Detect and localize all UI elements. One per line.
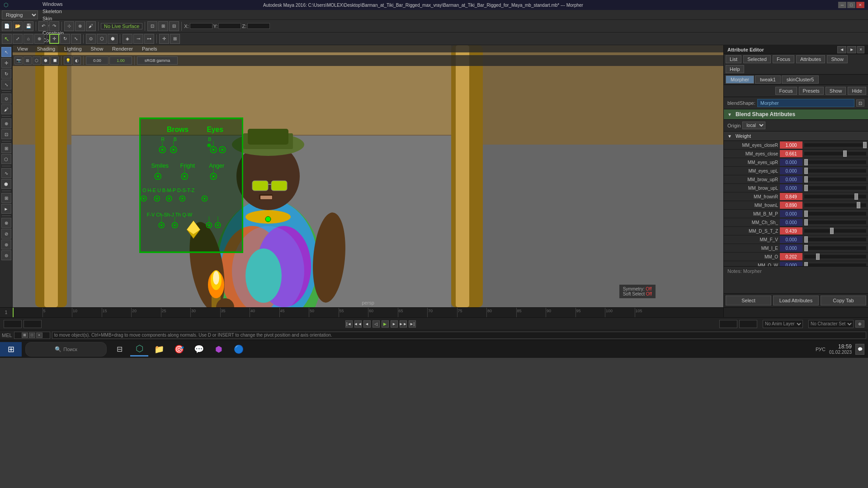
tab-list[interactable]: List [726,55,741,63]
tool-select[interactable]: ↖ [1,47,11,57]
menu-item-skeleton[interactable]: Skeleton [39,8,67,15]
pb-end[interactable]: ►| [409,320,416,328]
tool-render[interactable]: ⬡ [1,154,11,164]
attr-slider-thumb-1[interactable] [843,150,847,157]
tool-anim[interactable]: ► [1,204,11,214]
vp-tex[interactable]: 🔲 [51,56,59,65]
attr-value-10[interactable] [780,227,802,235]
char-set-select[interactable]: No Character Set [808,320,854,328]
mel-hide-btn[interactable]: □ [29,333,35,338]
tb-brush[interactable]: ⊕ [34,34,44,44]
tb-snap3[interactable]: ⊟ [169,21,179,31]
load-attrs-btn[interactable]: Load Attributes [773,296,819,305]
show-btn[interactable]: Show [826,87,846,95]
tb-undo[interactable]: ↶ [38,21,48,31]
attr-slider-thumb-5[interactable] [804,185,808,191]
tb-lattice[interactable]: ⬢ [108,34,118,44]
app1-btn[interactable]: 🎯 [170,342,188,357]
minimize-btn[interactable]: ─ [838,2,846,8]
attr-row-mmfrownr[interactable]: MM_frownR [724,192,868,201]
range-end-input[interactable]: 120 [719,320,737,328]
attr-slider-6[interactable] [804,195,866,198]
attr-row-mmqw[interactable]: MM_Q_W [724,261,868,266]
tb-cage[interactable]: ⬡ [97,34,107,44]
attr-slider-thumb-14[interactable] [804,262,808,266]
mode-dropdown[interactable]: Rigging [2,10,38,19]
pb-prev-frame[interactable]: ◄ [363,320,371,328]
tool-manip[interactable]: ⊕ [1,118,11,128]
attr-slider-thumb-9[interactable] [804,219,808,225]
tb-joint[interactable]: ◈ [123,34,132,44]
tb-transform[interactable]: ⊞ [170,34,180,44]
vp-color-check[interactable]: 0.00 [86,56,108,65]
attr-row-mmdstz[interactable]: MM_D_S_T_Z [724,227,868,235]
tb-select[interactable]: ⊹ [64,21,74,31]
tb-plus[interactable]: ✛ [159,34,169,44]
char-set-btn[interactable]: ⊕ [855,320,864,328]
tool-soft[interactable]: ⊙ [1,94,11,103]
attr-value-9[interactable] [780,219,802,226]
tab-help[interactable]: Help [726,65,744,73]
select-btn[interactable]: Select [726,296,771,305]
tool-extra4[interactable]: ⊜ [1,250,11,260]
range-current-input[interactable]: 1 [24,320,42,328]
presets-btn[interactable]: Presets [799,87,824,95]
tb-lasso2[interactable]: ⌂ [24,34,33,44]
panels-menu[interactable]: Panels [137,45,162,52]
attr-slider-thumb-0[interactable] [863,142,867,148]
mel-input[interactable]: to move object(s). Ctrl+MMB+drag to move… [52,332,866,339]
attr-slider-thumb-2[interactable] [804,159,808,165]
tool-extra3[interactable]: ⊛ [1,239,11,249]
menu-item-windows[interactable]: Windows [39,0,67,8]
tb-constraint[interactable]: ⊶ [144,34,154,44]
tb-move[interactable]: ↖ [2,34,12,44]
pb-next-key[interactable]: ►► [400,320,407,328]
attr-slider-11[interactable] [804,238,866,241]
vp-gamma-btn[interactable]: sRGB gamma [137,56,178,65]
attr-slider-thumb-6[interactable] [854,193,858,200]
attr-value-2[interactable] [780,159,802,166]
attr-row-mmo[interactable]: MM_O [724,253,868,261]
vp-solid[interactable]: ⬢ [42,56,50,65]
attr-slider-8[interactable] [804,212,866,216]
attr-slider-thumb-3[interactable] [804,168,808,174]
attr-value-14[interactable] [780,262,802,266]
attr-row-mmeyescloser[interactable]: MM_eyes_closeR [724,141,868,150]
attr-slider-12[interactable] [804,246,866,250]
attr-value-11[interactable] [780,236,802,243]
attr-slider-4[interactable] [804,178,866,181]
tb-rotate[interactable]: ↻ [60,34,70,44]
attr-value-7[interactable] [780,202,802,209]
pb-play-fwd[interactable]: ▶ [382,320,389,328]
tool-camera[interactable]: ⊞ [1,143,11,153]
notification-btn[interactable]: 💬 [855,344,864,355]
attr-slider-10[interactable] [804,229,866,233]
timeline-bar[interactable]: 5101520253035404550556065707580859095100… [13,308,723,317]
x-input[interactable] [190,23,212,29]
origin-select[interactable]: local [742,122,765,129]
attr-slider-thumb-13[interactable] [816,253,820,260]
tb-softsel[interactable]: ⊙ [86,34,96,44]
tb-move2[interactable]: ✛ [49,34,59,44]
morpher-tab-skin[interactable]: skinCluster5 [782,75,819,84]
tb-ik[interactable]: ⊸ [133,34,143,44]
shading-menu[interactable]: Shading [33,45,60,52]
attr-slider-2[interactable] [804,160,866,164]
tab-attributes[interactable]: Attributes [796,55,825,63]
tool-snap[interactable]: ⊡ [1,129,11,139]
attr-slider-3[interactable] [804,169,866,173]
tb-snap2[interactable]: ⊞ [158,21,168,31]
vp-color2[interactable]: 1.00 [109,56,132,65]
maya-app-btn[interactable]: ⬡ [130,342,148,357]
morpher-tab-main[interactable]: Morpher [726,75,754,84]
renderer-menu[interactable]: Renderer [108,45,137,52]
app2-btn[interactable]: 💬 [190,342,208,357]
attr-row-mmeyesclose[interactable]: MM_eyes_close [724,150,868,158]
search-app[interactable]: 🔍 Поиск [25,342,107,357]
timeline-playhead[interactable] [13,308,14,317]
viewport[interactable]: View Shading Lighting Show Renderer Pane… [13,45,723,307]
tool-scale[interactable]: ⤡ [1,80,11,89]
attr-row-mmchsh[interactable]: MM_Ch_Sh_ [724,218,868,227]
pb-start[interactable]: |◄ [345,320,353,328]
attr-row-mmbmp[interactable]: MM_B_M_P [724,210,868,218]
